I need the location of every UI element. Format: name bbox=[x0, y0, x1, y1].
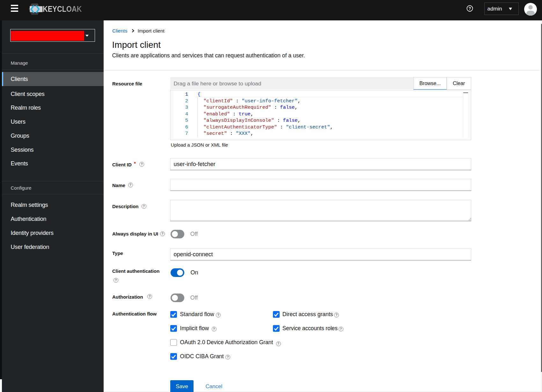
svg-text:?: ? bbox=[469, 6, 471, 11]
